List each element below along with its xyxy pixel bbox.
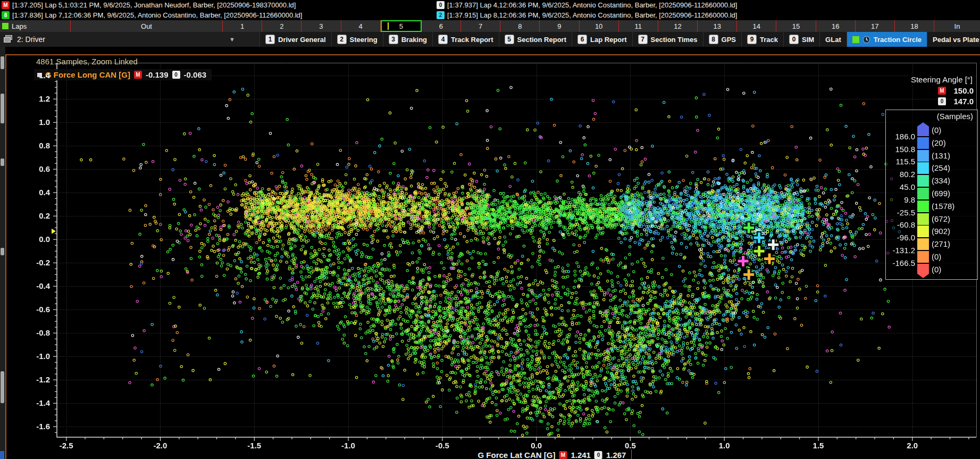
lap-segment-9[interactable]: 9: [540, 20, 579, 32]
workbook-icon: [3, 35, 13, 45]
y-tick-label: -1.6: [16, 422, 50, 431]
lap-color-badge-icon: M: [2, 1, 10, 9]
workbook-selector[interactable]: 2: Driver ▼: [0, 32, 259, 47]
tab-lap-report[interactable]: 6Lap Report: [572, 32, 632, 47]
y-tick-label: -0.6: [16, 305, 50, 314]
legend-bin-color: [917, 213, 929, 225]
tab-pedal-vs-plate[interactable]: Pedal vs Plate: [927, 32, 980, 47]
legend-bin-boundary: -60.8: [886, 220, 915, 229]
tab-braking[interactable]: 3Braking: [383, 32, 432, 47]
laps-swatch-icon: [2, 23, 9, 29]
lap-color-badge-icon: 8: [2, 11, 10, 19]
legend-bin-boundary: 186.0: [886, 132, 915, 141]
y-tick-label: -0.4: [16, 281, 50, 290]
tab-label: Braking: [401, 36, 427, 44]
clock-icon: [862, 36, 870, 44]
tab-label: Track: [760, 36, 778, 44]
lap-segment-14[interactable]: 14: [737, 20, 776, 32]
tab-label: Pedal vs Plate: [933, 36, 979, 44]
tab-label: SIM: [802, 36, 814, 44]
legend-bin-count: (699): [932, 189, 950, 198]
x-tick-label: -0.5: [428, 441, 457, 450]
y-tick-label: 1.2: [16, 94, 50, 103]
legend-bin-count: (131): [932, 151, 950, 160]
lap-info-text: [1:37.205] Lap 5,1:03:21 PM, 9/6/2025, J…: [12, 1, 296, 9]
y-channel-name: G Force Long CAN [G]: [45, 70, 130, 79]
y-tick-label: -1.4: [16, 398, 50, 407]
lap-info-entry: M[1:37.205] Lap 5,1:03:21 PM, 9/6/2025, …: [0, 0, 435, 10]
lap-segment-8[interactable]: 8: [500, 20, 540, 32]
y-tick-label: 0.8: [16, 141, 50, 150]
tab-number-badge-icon: 1: [265, 35, 275, 44]
x-tick-label: 2.0: [898, 441, 927, 450]
lap-segment-15[interactable]: 15: [776, 20, 816, 32]
legend-bin-boundary: 80.2: [886, 170, 915, 179]
tab-track[interactable]: 9Track: [741, 32, 783, 47]
tab-traction-circle[interactable]: Traction Circle: [847, 32, 927, 47]
lap-segment-3[interactable]: 3: [301, 20, 341, 32]
tab-sim[interactable]: 0SIM: [783, 32, 819, 47]
legend-bin-boundary: 9.8: [886, 195, 915, 204]
lap-info-entry: 2[1:37.915] Lap 8,12:06:36 PM, 9/6/2025,…: [435, 10, 980, 20]
x-tick-label: 1.0: [709, 441, 739, 450]
tab-steering[interactable]: 2Steering: [331, 32, 383, 47]
legend-bin-boundary: 45.0: [886, 182, 915, 191]
main-lap-badge-icon: M: [134, 71, 142, 79]
corner-accent: [0, 451, 4, 459]
lap-color-badge-icon: 0: [437, 1, 445, 9]
samples-legend-header: (Samples): [937, 112, 973, 121]
laps-bar: Laps Out 123456789101112131415161718 In: [0, 20, 980, 32]
tab-label: Section Times: [651, 36, 698, 44]
ref-lap-badge-icon: 0: [172, 71, 180, 79]
lap-segment-11[interactable]: 11: [619, 20, 658, 32]
lap-segment-13[interactable]: 13: [698, 20, 737, 32]
tab-section-report[interactable]: 5Section Report: [499, 32, 572, 47]
legend-bin-boundary: -131.2: [886, 246, 915, 255]
legend-bin-count: (334): [932, 176, 950, 185]
workbook-caret-icon[interactable]: ▼: [229, 36, 235, 43]
legend-bin-count: (0): [932, 265, 941, 274]
x-tick-label: -1.0: [333, 441, 363, 450]
lap-segment-7[interactable]: 7: [461, 20, 500, 32]
legend-bin-color: [917, 188, 929, 199]
y-channel-label[interactable]: G Force Long CAN [G] M -0.139 0 -0.063: [34, 69, 212, 80]
legend-bin-count: (1578): [932, 202, 954, 211]
tab-driver-general[interactable]: 1Driver General: [259, 32, 331, 47]
legend-bin-color: [917, 264, 929, 278]
tab-glat[interactable]: GLat: [819, 32, 847, 47]
legend-bin-color: [917, 175, 929, 187]
lap-segment-out[interactable]: Out: [71, 20, 223, 32]
tab-strip: 1Driver General2Steering3Braking4Track R…: [259, 32, 980, 47]
x-channel-ref-value: 1.267: [606, 450, 626, 459]
legend-bin-count: (0): [932, 126, 941, 135]
tab-track-report[interactable]: 4Track Report: [432, 32, 498, 47]
lap-segment-5[interactable]: 5: [381, 20, 422, 32]
lap-segment-4[interactable]: 4: [341, 20, 381, 32]
lap-segment-16[interactable]: 16: [816, 20, 856, 32]
lap-segment-18[interactable]: 18: [895, 20, 934, 32]
lap-segment-in[interactable]: In: [934, 20, 980, 32]
lap-segment-12[interactable]: 12: [658, 20, 698, 32]
y-tick-label: 0.2: [16, 211, 50, 220]
lap-info-text: [1:37.836] Lap 7,12:06:36 PM, 9/6/2025, …: [12, 11, 302, 19]
x-tick-label: 0.5: [615, 441, 645, 450]
legend-ref-value-row: 0 147.0: [938, 97, 974, 106]
tab-number-badge-icon: 8: [709, 35, 718, 44]
lap-segment-2[interactable]: 2: [262, 20, 301, 32]
scatter-plot-canvas[interactable]: [0, 47, 980, 459]
laps-label-text: Laps: [12, 22, 27, 30]
legend-bin-count: (271): [932, 239, 950, 248]
tab-label: Traction Circle: [874, 36, 922, 44]
y-channel-ref-value: -0.063: [184, 70, 207, 79]
lap-segment-17[interactable]: 17: [856, 20, 895, 32]
tab-label: Section Report: [517, 36, 566, 44]
lap-segment-10[interactable]: 10: [580, 20, 619, 32]
samples-title: 4861 Samples, Zoom Linked: [36, 57, 138, 66]
lap-segment-6[interactable]: 6: [422, 20, 461, 32]
tab-label: Driver General: [278, 36, 326, 44]
tab-section-times[interactable]: 7Section Times: [632, 32, 703, 47]
legend-main-value: 150.0: [949, 86, 974, 95]
x-channel-label[interactable]: G Force Lat CAN [G] M 1.241 0 1.267: [475, 449, 632, 459]
lap-segment-1[interactable]: 1: [223, 20, 262, 32]
tab-gps[interactable]: 8GPS: [703, 32, 741, 47]
